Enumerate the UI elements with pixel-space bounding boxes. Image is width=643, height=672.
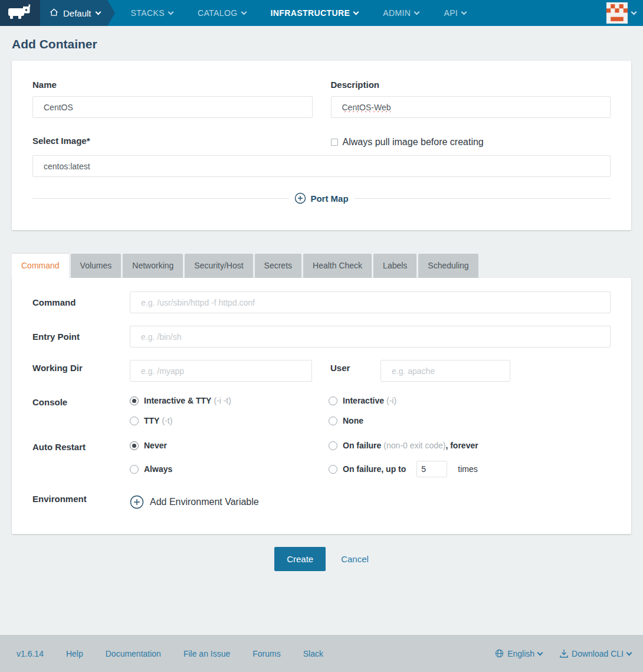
entry-point-row: Entry Point	[32, 326, 611, 348]
footer-link-slack[interactable]: Slack	[303, 649, 323, 658]
radio-selected-icon[interactable]	[130, 441, 139, 450]
tab-secrets[interactable]: Secrets	[255, 254, 301, 278]
section-tabs: Command Volumes Networking Security/Host…	[12, 254, 631, 278]
chevron-down-icon	[168, 9, 173, 15]
footer-link-documentation[interactable]: Documentation	[106, 649, 161, 658]
radio-icon[interactable]	[130, 465, 139, 474]
cancel-link[interactable]: Cancel	[341, 554, 369, 564]
entry-point-input[interactable]	[130, 326, 611, 348]
tab-volumes[interactable]: Volumes	[71, 254, 122, 278]
footer-right: English Download CLI	[495, 649, 631, 658]
restart-option-on-failure-times[interactable]: On failure, up to times	[329, 461, 611, 477]
tab-health-check[interactable]: Health Check	[303, 254, 372, 278]
nav-menu: STACKS CATALOG INFRASTRUCTURE ADMIN API	[119, 0, 479, 26]
footer-links: v1.6.14 Help Documentation File an Issue…	[12, 649, 323, 658]
footer: v1.6.14 Help Documentation File an Issue…	[0, 635, 643, 672]
always-pull-checkbox[interactable]	[331, 139, 338, 146]
restart-option-always[interactable]: Always	[130, 464, 329, 474]
user-label: User	[312, 363, 380, 373]
always-pull-label: Always pull image before creating	[343, 137, 484, 147]
tab-scheduling[interactable]: Scheduling	[418, 254, 478, 278]
divider	[32, 198, 289, 199]
user-avatar	[606, 2, 628, 24]
plus-circle-icon	[130, 495, 144, 509]
footer-link-help[interactable]: Help	[66, 649, 83, 658]
name-input[interactable]	[32, 96, 313, 118]
rancher-cow-icon	[8, 4, 32, 22]
chevron-down-icon	[461, 9, 467, 15]
console-option-tty[interactable]: TTY(-t)	[130, 416, 329, 425]
description-label: Description	[331, 80, 611, 90]
globe-icon	[495, 649, 504, 658]
radio-icon[interactable]	[329, 396, 337, 405]
console-option-interactive[interactable]: Interactive(-i)	[329, 396, 611, 405]
chevron-down-icon	[414, 9, 420, 15]
entry-point-label: Entry Point	[32, 332, 130, 342]
home-icon	[50, 8, 58, 18]
page-title: Add Container	[12, 37, 631, 51]
tab-security-host[interactable]: Security/Host	[185, 254, 252, 278]
description-input[interactable]	[331, 96, 611, 118]
app-window: Default STACKS CATALOG INFRASTRUCTURE AD…	[0, 0, 643, 672]
download-icon	[560, 649, 568, 658]
rancher-logo[interactable]	[0, 0, 40, 26]
auto-restart-label: Auto Restart	[32, 441, 130, 452]
command-label: Command	[32, 297, 130, 307]
command-input[interactable]	[130, 291, 611, 313]
restart-option-on-failure-forever[interactable]: On failure(non-0 exit code), forever	[329, 441, 611, 450]
radio-icon[interactable]	[130, 417, 139, 425]
chevron-down-icon	[537, 650, 543, 655]
console-option-interactive-tty[interactable]: Interactive & TTY(-i -t)	[130, 396, 329, 405]
tab-networking[interactable]: Networking	[123, 254, 183, 278]
user-menu[interactable]	[606, 0, 643, 26]
nav-item-admin[interactable]: ADMIN	[370, 0, 431, 26]
user-input[interactable]	[380, 360, 510, 382]
environment-selector[interactable]: Default	[40, 0, 107, 26]
add-environment-variable-button[interactable]: Add Environment Variable	[130, 495, 611, 509]
auto-restart-row: Auto Restart Never On failure(non-0 exit…	[32, 441, 611, 477]
version-label: v1.6.14	[17, 649, 44, 658]
chevron-down-icon	[353, 9, 359, 15]
working-dir-input[interactable]	[130, 360, 312, 382]
working-dir-label: Working Dir	[32, 363, 130, 373]
environment-row: Environment Add Environment Variable	[32, 494, 611, 510]
radio-icon[interactable]	[329, 441, 337, 450]
port-map-row: Port Map	[32, 192, 611, 204]
chevron-down-icon	[95, 9, 101, 15]
nav-item-stacks[interactable]: STACKS	[119, 0, 185, 26]
restart-option-never[interactable]: Never	[130, 441, 329, 450]
image-input[interactable]	[32, 155, 611, 177]
environment-arrow	[107, 0, 115, 26]
nav-item-infrastructure[interactable]: INFRASTRUCTURE	[258, 0, 371, 26]
tab-labels[interactable]: Labels	[373, 254, 416, 278]
command-row: Command	[32, 291, 611, 313]
plus-circle-icon	[294, 192, 306, 204]
tab-command[interactable]: Command	[12, 254, 69, 278]
working-dir-user-row: Working Dir User	[32, 360, 611, 382]
description-field-group: Description	[331, 80, 611, 118]
select-image-label: Select Image*	[32, 136, 313, 146]
radio-icon[interactable]	[329, 465, 337, 474]
nav-item-api[interactable]: API	[431, 0, 478, 26]
chevron-down-icon	[241, 9, 247, 15]
nav-item-catalog[interactable]: CATALOG	[185, 0, 258, 26]
language-selector[interactable]: English	[495, 649, 542, 658]
environment-name: Default	[63, 8, 91, 18]
top-navbar: Default STACKS CATALOG INFRASTRUCTURE AD…	[0, 0, 643, 26]
footer-link-file-an-issue[interactable]: File an Issue	[183, 649, 230, 658]
add-port-map-button[interactable]: Port Map	[294, 192, 348, 204]
console-label: Console	[32, 396, 130, 407]
download-cli-menu[interactable]: Download CLI	[560, 649, 631, 658]
restart-times-input[interactable]	[416, 461, 447, 477]
create-button[interactable]: Create	[274, 547, 326, 571]
footer-link-forums[interactable]: Forums	[252, 649, 280, 658]
radio-selected-icon[interactable]	[130, 396, 139, 405]
radio-icon[interactable]	[329, 417, 337, 425]
console-option-none[interactable]: None	[329, 416, 611, 425]
name-field-group: Name	[32, 80, 313, 118]
environment-label: Environment	[32, 494, 130, 504]
container-basics-card: Name Description Select Image* Always pu…	[12, 61, 631, 230]
command-tab-panel: Command Entry Point Working Dir User Con…	[12, 278, 631, 534]
always-pull-checkbox-row[interactable]: Always pull image before creating	[331, 136, 611, 147]
chevron-down-icon	[631, 9, 637, 15]
